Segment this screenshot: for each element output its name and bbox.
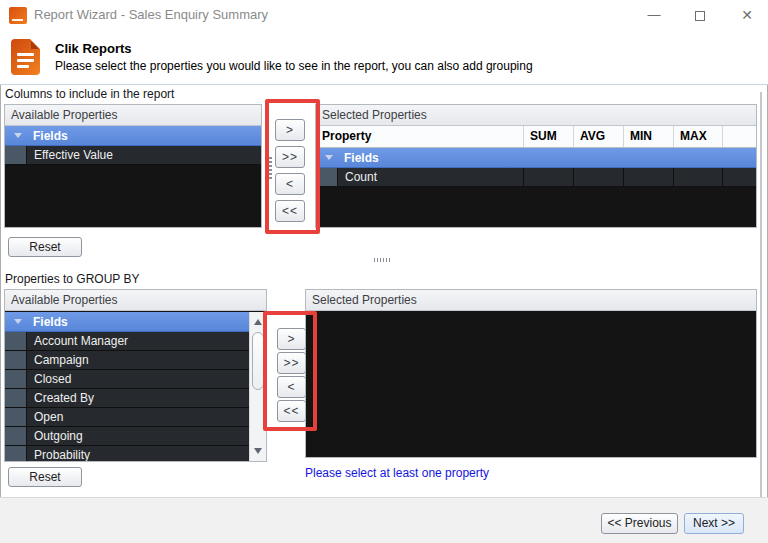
previous-button[interactable]: << Previous	[601, 513, 678, 534]
groupby-selected-caption: Selected Properties	[306, 290, 756, 311]
group-label: Fields	[344, 151, 379, 165]
row-gutter	[5, 332, 27, 350]
list-item-label: Campaign	[27, 351, 249, 369]
col-header-extra	[723, 126, 756, 147]
arrow-down-icon	[254, 448, 262, 454]
wizard-header: Clik Reports Please select the propertie…	[0, 30, 768, 85]
columns-available-caption: Available Properties	[5, 105, 261, 126]
row-gutter	[5, 408, 27, 426]
list-item-label: Closed	[27, 370, 249, 388]
columns-reset-button[interactable]: Reset	[8, 237, 82, 257]
cell-property: Count	[338, 168, 524, 187]
layout-splitter-line	[760, 92, 762, 497]
scrollbar-down-button[interactable]	[250, 443, 267, 459]
groupby-reset-button[interactable]: Reset	[8, 467, 82, 487]
groupby-move-left-button[interactable]: <	[277, 376, 306, 398]
list-item-label: Probability	[27, 446, 249, 461]
arrow-up-icon	[254, 319, 262, 325]
cell-avg[interactable]	[574, 168, 624, 187]
list-item[interactable]: Effective Value	[5, 146, 261, 165]
cell-min[interactable]	[624, 168, 674, 187]
columns-move-left-button[interactable]: <	[275, 173, 305, 195]
splitter-handle-horizontal[interactable]	[374, 258, 390, 262]
splitter-handle[interactable]	[269, 157, 272, 179]
splitter-handle[interactable]	[264, 364, 267, 386]
columns-section-label: Columns to include in the report	[5, 87, 174, 101]
cell-max[interactable]	[674, 168, 723, 187]
table-header-row: Property SUM AVG MIN MAX	[316, 126, 756, 148]
validation-message: Please select at least one property	[305, 466, 489, 480]
columns-selected-group-row[interactable]: Fields	[316, 148, 756, 168]
maximize-button[interactable]	[680, 0, 720, 30]
columns-selected-caption: Selected Properties	[316, 105, 756, 126]
window-title: Report Wizard - Sales Enquiry Summary	[34, 0, 268, 30]
list-item[interactable]: Account Manager	[5, 332, 249, 351]
col-header-avg[interactable]: AVG	[574, 126, 624, 147]
col-header-sum[interactable]: SUM	[524, 126, 574, 147]
row-gutter	[316, 168, 338, 187]
row-gutter	[5, 370, 27, 388]
row-gutter	[5, 146, 27, 164]
list-item-label: Created By	[27, 389, 249, 407]
scrollbar[interactable]	[249, 312, 266, 461]
page-subtitle: Please select the properties you would l…	[55, 59, 533, 73]
page-title: Clik Reports	[55, 41, 132, 56]
table-row[interactable]: Count	[316, 168, 756, 187]
list-item-label: Account Manager	[27, 332, 249, 350]
cell-sum[interactable]	[524, 168, 574, 187]
groupby-move-all-right-button[interactable]: >>	[277, 352, 306, 374]
list-item[interactable]: Closed	[5, 370, 249, 389]
list-item[interactable]: Campaign	[5, 351, 249, 370]
groupby-move-right-button[interactable]: >	[277, 328, 306, 350]
list-item[interactable]: Created By	[5, 389, 249, 408]
chevron-down-icon	[325, 155, 333, 160]
columns-move-all-left-button[interactable]: <<	[275, 200, 305, 222]
group-label: Fields	[33, 129, 68, 143]
chevron-down-icon	[14, 133, 22, 138]
groupby-move-all-left-button[interactable]: <<	[277, 400, 306, 422]
list-item-label: Outgoing	[27, 427, 249, 445]
row-gutter	[5, 351, 27, 369]
columns-available-group-row[interactable]: Fields	[5, 126, 261, 146]
col-header-min[interactable]: MIN	[624, 126, 674, 147]
columns-move-all-right-button[interactable]: >>	[275, 146, 305, 168]
col-header-property[interactable]: Property	[316, 126, 524, 147]
groupby-available-panel: Available Properties Fields Account Mana…	[4, 289, 267, 462]
columns-available-panel: Available Properties Fields Effective Va…	[4, 104, 262, 228]
list-item[interactable]: Outgoing	[5, 427, 249, 446]
scrollbar-up-button[interactable]	[250, 314, 267, 330]
groupby-section-label: Properties to GROUP BY	[5, 272, 140, 286]
title-bar: Report Wizard - Sales Enquiry Summary — …	[0, 0, 768, 30]
close-button[interactable]: ✕	[727, 0, 767, 30]
groupby-available-caption: Available Properties	[5, 290, 266, 311]
footer-bar: << Previous Next >>	[0, 497, 768, 543]
next-button[interactable]: Next >>	[684, 513, 744, 534]
cell-extra	[723, 168, 756, 187]
row-gutter	[5, 427, 27, 445]
minimize-button[interactable]: —	[634, 0, 674, 30]
scrollbar-thumb[interactable]	[252, 332, 264, 390]
columns-move-right-button[interactable]: >	[275, 119, 305, 141]
groupby-selected-panel: Selected Properties	[305, 289, 757, 458]
report-document-icon	[11, 39, 40, 75]
list-item-label: Open	[27, 408, 249, 426]
groupby-group-row[interactable]: Fields	[5, 312, 249, 332]
chevron-down-icon	[14, 319, 22, 324]
row-gutter	[5, 446, 27, 461]
groupby-available-list: Fields Account Manager Campaign Closed C…	[5, 312, 249, 461]
columns-selected-panel: Selected Properties Property SUM AVG MIN…	[315, 104, 757, 228]
maximize-icon	[695, 11, 705, 21]
col-header-max[interactable]: MAX	[674, 126, 723, 147]
row-gutter	[5, 389, 27, 407]
groupby-selected-empty-area[interactable]	[306, 312, 756, 457]
list-item[interactable]: Probability	[5, 446, 249, 461]
group-label: Fields	[33, 315, 68, 329]
app-icon	[9, 7, 27, 24]
list-item[interactable]: Open	[5, 408, 249, 427]
list-item-label: Effective Value	[27, 146, 261, 164]
